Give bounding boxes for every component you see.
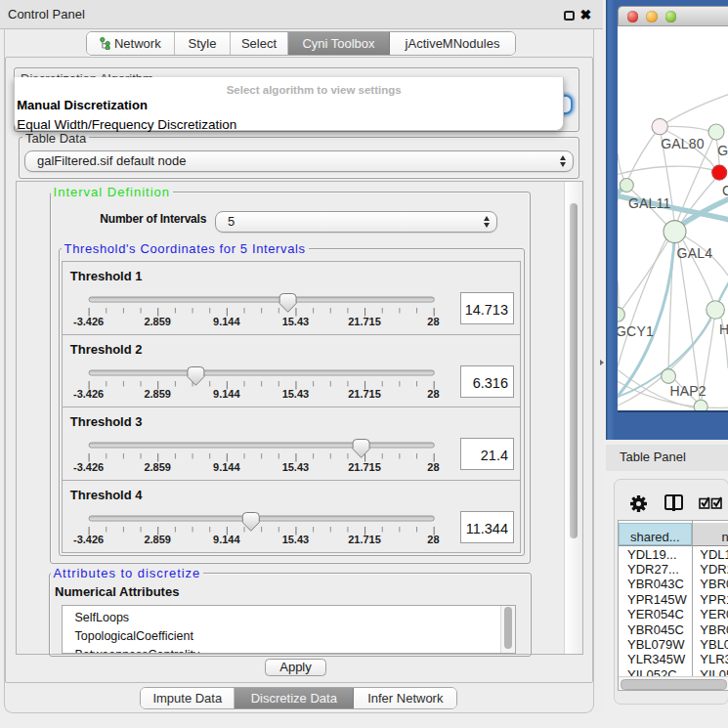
svg-text:GCY1: GCY1: [618, 323, 654, 339]
svg-text:GAL80: GAL80: [661, 136, 705, 151]
svg-text:GAL11: GAL11: [628, 195, 671, 211]
svg-text:GAL4: GAL4: [677, 245, 713, 261]
svg-text:GAL7: GAL7: [717, 143, 728, 158]
svg-text:HI: HI: [719, 321, 728, 337]
svg-text:HAP2: HAP2: [669, 383, 706, 399]
svg-text:CD: CD: [722, 183, 728, 198]
